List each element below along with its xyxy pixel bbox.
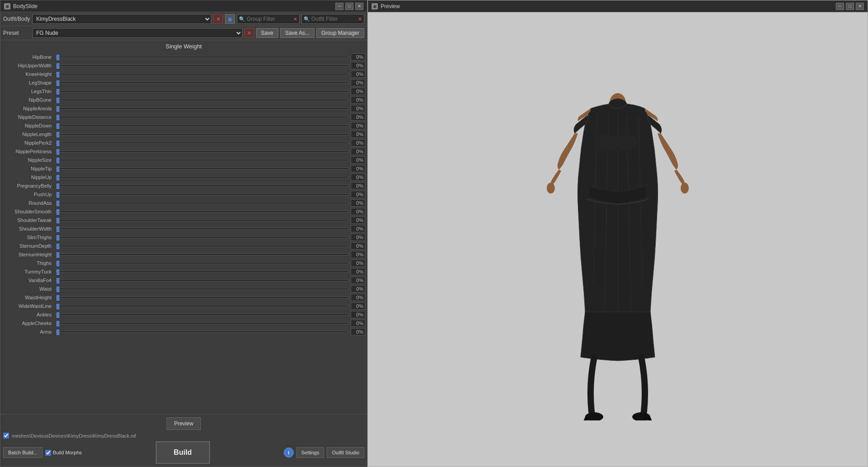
save-button[interactable]: Save	[256, 28, 278, 38]
slider-track-2[interactable]	[56, 73, 349, 75]
settings-button[interactable]: Settings	[296, 447, 324, 458]
slider-thumb-10[interactable]	[57, 141, 59, 146]
slider-thumb-12[interactable]	[57, 158, 59, 163]
slider-track-30[interactable]	[56, 314, 349, 316]
slider-thumb-11[interactable]	[57, 149, 59, 155]
slider-thumb-4[interactable]	[57, 89, 59, 94]
preview-close-button[interactable]: ✕	[856, 3, 864, 10]
slider-track-13[interactable]	[56, 168, 349, 170]
slider-thumb-7[interactable]	[57, 115, 59, 120]
slider-thumb-14[interactable]	[57, 175, 59, 180]
slider-thumb-24[interactable]	[57, 261, 59, 266]
slider-track-0[interactable]	[56, 56, 349, 58]
slider-thumb-20[interactable]	[57, 226, 59, 232]
slider-name-16: PushUp	[2, 192, 54, 197]
preview-maximize-button[interactable]: □	[846, 3, 854, 10]
slider-track-29[interactable]	[56, 305, 349, 307]
slider-track-32[interactable]	[56, 331, 349, 333]
slider-thumb-6[interactable]	[57, 106, 59, 112]
slider-thumb-0[interactable]	[57, 55, 59, 60]
slider-thumb-27[interactable]	[57, 287, 59, 292]
batch-build-button[interactable]: Batch Build...	[3, 447, 43, 458]
slider-track-18[interactable]	[56, 211, 349, 212]
slider-track-6[interactable]	[56, 108, 349, 109]
slider-row: SternumDepth 0%	[0, 241, 367, 250]
slider-thumb-26[interactable]	[57, 278, 59, 283]
slider-thumb-15[interactable]	[57, 184, 59, 189]
slider-thumb-22[interactable]	[57, 244, 59, 249]
slider-track-7[interactable]	[56, 116, 349, 118]
slider-track-24[interactable]	[56, 262, 349, 264]
outfit-clear-button[interactable]: ✕	[213, 14, 223, 24]
slider-thumb-19[interactable]	[57, 218, 59, 223]
slider-track-9[interactable]	[56, 133, 349, 135]
slider-thumb-1[interactable]	[57, 63, 59, 69]
slider-thumb-9[interactable]	[57, 132, 59, 137]
slider-track-19[interactable]	[56, 219, 349, 221]
slider-track-23[interactable]	[56, 254, 349, 255]
slider-track-3[interactable]	[56, 82, 349, 84]
build-morphs-checkbox[interactable]	[45, 450, 51, 456]
maximize-button[interactable]: □	[345, 3, 353, 10]
slider-thumb-13[interactable]	[57, 166, 59, 172]
slider-track-4[interactable]	[56, 90, 349, 92]
slider-thumb-16[interactable]	[57, 192, 59, 198]
outfit-studio-button[interactable]: Outfit Studio	[327, 447, 364, 458]
slider-thumb-18[interactable]	[57, 209, 59, 215]
group-filter-input[interactable]	[247, 16, 292, 22]
slider-track-8[interactable]	[56, 125, 349, 127]
slider-thumb-29[interactable]	[57, 304, 59, 309]
slider-thumb-17[interactable]	[57, 201, 59, 206]
outfit-filter-input[interactable]	[311, 16, 357, 22]
slider-track-22[interactable]	[56, 245, 349, 247]
file-path-checkbox[interactable]	[3, 433, 9, 439]
outfit-select[interactable]: KimyDressBlack	[32, 14, 211, 24]
slider-track-14[interactable]	[56, 176, 349, 178]
slider-track-21[interactable]	[56, 236, 349, 238]
slider-track-15[interactable]	[56, 185, 349, 187]
slider-track-27[interactable]	[56, 288, 349, 290]
build-button[interactable]: Build	[156, 441, 210, 464]
slider-thumb-5[interactable]	[57, 98, 59, 103]
save-as-button[interactable]: Save As...	[280, 28, 315, 38]
slider-name-25: TummyTuck	[2, 269, 54, 274]
close-button[interactable]: ✕	[355, 3, 363, 10]
slider-thumb-30[interactable]	[57, 312, 59, 318]
slider-thumb-23[interactable]	[57, 252, 59, 258]
slider-thumb-28[interactable]	[57, 295, 59, 301]
slider-track-17[interactable]	[56, 202, 349, 204]
slider-name-10: NipplePerk2	[2, 140, 54, 146]
slider-track-10[interactable]	[56, 142, 349, 144]
outfit-filter-clear[interactable]: ✕	[358, 16, 362, 22]
slider-track-1[interactable]	[56, 65, 349, 66]
slider-track-26[interactable]	[56, 279, 349, 281]
slider-track-11[interactable]	[56, 151, 349, 152]
slider-thumb-25[interactable]	[57, 269, 59, 275]
preview-window: ▣ Preview ─ □ ✕	[367, 0, 868, 467]
group-filter-clear[interactable]: ✕	[293, 16, 297, 22]
preview-viewport[interactable]	[368, 12, 868, 467]
slider-track-5[interactable]	[56, 99, 349, 101]
slider-thumb-31[interactable]	[57, 321, 59, 326]
slider-track-16[interactable]	[56, 193, 349, 195]
slider-track-28[interactable]	[56, 297, 349, 298]
preset-clear-button[interactable]: ✕	[244, 28, 254, 38]
slider-track-12[interactable]	[56, 159, 349, 161]
slider-thumb-2[interactable]	[57, 72, 59, 77]
slider-thumb-8[interactable]	[57, 123, 59, 129]
minimize-button[interactable]: ─	[335, 3, 343, 10]
preview-button[interactable]: Preview	[167, 417, 201, 430]
outfit-info-button[interactable]: ▣	[225, 14, 235, 24]
slider-thumb-3[interactable]	[57, 80, 59, 86]
slider-track-25[interactable]	[56, 271, 349, 273]
info-button[interactable]: i	[284, 448, 294, 458]
slider-thumb-21[interactable]	[57, 235, 59, 241]
preview-minimize-button[interactable]: ─	[836, 3, 844, 10]
slider-track-20[interactable]	[56, 228, 349, 230]
slider-track-31[interactable]	[56, 322, 349, 324]
group-manager-button[interactable]: Group Manager	[316, 28, 364, 38]
slider-name-13: NippleTip	[2, 166, 54, 171]
slider-thumb-32[interactable]	[57, 330, 59, 335]
preset-select[interactable]: FG Nude	[32, 28, 243, 38]
slider-name-21: SlimThighs	[2, 235, 54, 240]
